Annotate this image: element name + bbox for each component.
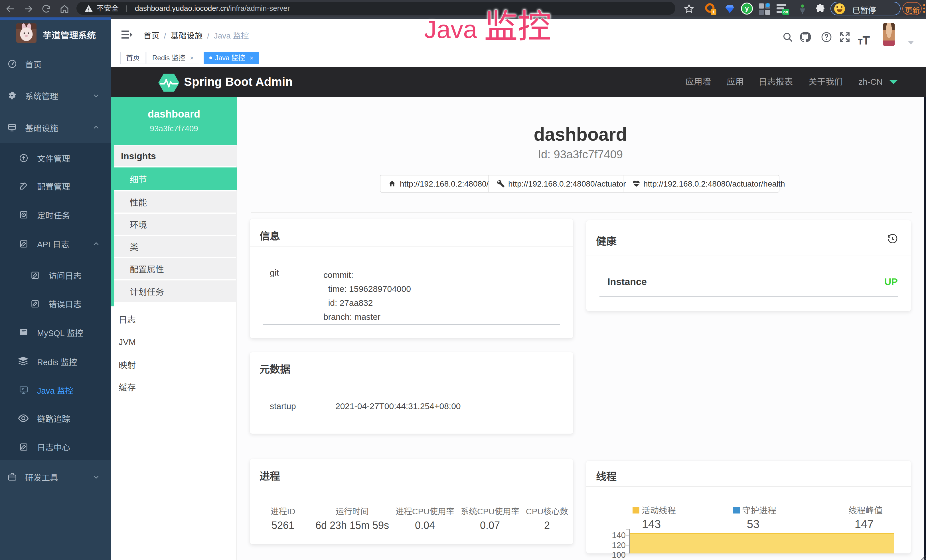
svg-text:y: y — [745, 5, 749, 12]
svg-text:on: on — [783, 10, 788, 14]
svg-text:1: 1 — [713, 9, 715, 14]
